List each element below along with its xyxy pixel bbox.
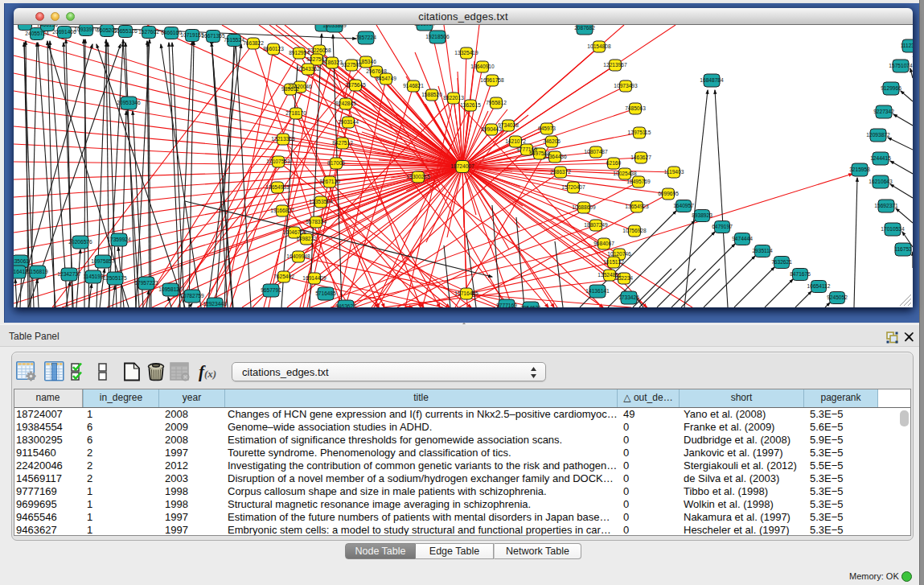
svg-text:16914409: 16914409 xyxy=(302,275,326,281)
svg-text:1156819: 1156819 xyxy=(27,269,48,274)
svg-text:10107553: 10107553 xyxy=(266,159,290,164)
svg-text:10543362: 10543362 xyxy=(296,66,320,72)
svg-text:6466160: 6466160 xyxy=(161,30,182,35)
svg-text:8186323: 8186323 xyxy=(322,60,343,65)
svg-text:8471676: 8471676 xyxy=(790,271,811,277)
svg-text:1527602: 1527602 xyxy=(138,29,159,35)
svg-text:10688609: 10688609 xyxy=(572,204,596,210)
svg-text:1362615: 1362615 xyxy=(460,102,481,108)
svg-text:8267130: 8267130 xyxy=(319,179,340,184)
svg-text:1145193: 1145193 xyxy=(83,274,104,279)
svg-text:2087682: 2087682 xyxy=(574,25,595,31)
svg-text:8454749: 8454749 xyxy=(376,76,396,81)
svg-text:10120746: 10120746 xyxy=(607,251,631,257)
svg-text:9227342: 9227342 xyxy=(873,109,894,114)
svg-text:18300215: 18300215 xyxy=(406,174,430,179)
svg-text:13654923: 13654923 xyxy=(625,204,649,209)
svg-text:10933970: 10933970 xyxy=(74,27,98,32)
svg-text:20206576: 20206576 xyxy=(68,239,92,245)
svg-text:8813054: 8813054 xyxy=(414,25,435,27)
svg-text:12093872: 12093872 xyxy=(866,132,890,138)
svg-text:16671355: 16671355 xyxy=(201,33,225,39)
svg-text:7485063: 7485063 xyxy=(625,105,646,111)
svg-text:10154808: 10154808 xyxy=(587,43,611,49)
svg-text:20364436: 20364436 xyxy=(543,154,567,159)
svg-text:15751074: 15751074 xyxy=(889,63,913,68)
svg-text:17010534: 17010534 xyxy=(881,226,905,232)
svg-text:23226058: 23226058 xyxy=(307,47,331,53)
svg-text:15692371: 15692371 xyxy=(874,203,898,208)
svg-text:5716485: 5716485 xyxy=(315,290,336,296)
svg-text:18640910: 18640910 xyxy=(470,64,495,69)
svg-text:8660123: 8660123 xyxy=(263,46,284,51)
svg-text:835061: 835061 xyxy=(14,258,29,264)
svg-text:12353594: 12353594 xyxy=(309,199,333,204)
svg-text:989612: 989612 xyxy=(281,86,299,92)
svg-text:14136141: 14136141 xyxy=(585,288,610,294)
svg-text:1640957: 1640957 xyxy=(673,203,694,208)
svg-text:7663822: 7663822 xyxy=(243,40,264,46)
svg-text:1733426: 1733426 xyxy=(618,295,639,300)
svg-text:2386372: 2386372 xyxy=(550,169,571,175)
svg-text:9474444: 9474444 xyxy=(732,236,753,241)
svg-text:16409948: 16409948 xyxy=(286,253,310,259)
svg-text:817006: 817006 xyxy=(327,160,345,166)
svg-text:20691406: 20691406 xyxy=(52,29,76,35)
svg-text:12923448: 12923448 xyxy=(203,301,227,307)
svg-text:17359924: 17359924 xyxy=(107,237,131,242)
svg-text:1119403: 1119403 xyxy=(664,169,684,175)
svg-text:18495769: 18495769 xyxy=(626,179,651,184)
svg-text:1244415: 1244415 xyxy=(870,155,891,161)
svg-text:10655326: 10655326 xyxy=(113,28,138,34)
svg-text:7515524: 7515524 xyxy=(224,37,244,43)
svg-text:8912954: 8912954 xyxy=(289,50,310,56)
svg-text:8938923: 8938923 xyxy=(692,212,713,218)
svg-text:20953346: 20953346 xyxy=(117,100,141,105)
svg-text:16848784: 16848784 xyxy=(700,77,724,83)
svg-text:9245052: 9245052 xyxy=(827,295,848,300)
svg-text:746206: 746206 xyxy=(543,138,561,144)
svg-text:10807487: 10807487 xyxy=(584,149,608,154)
svg-text:10756928: 10756928 xyxy=(622,228,647,233)
svg-text:10654112: 10654112 xyxy=(807,283,831,289)
svg-text:9242845: 9242845 xyxy=(335,101,356,106)
svg-text:24055724: 24055724 xyxy=(25,31,49,36)
svg-text:645973: 645973 xyxy=(538,126,556,131)
svg-text:6099695: 6099695 xyxy=(658,191,679,196)
svg-text:13654933: 13654933 xyxy=(265,184,290,190)
svg-text:9129966: 9129966 xyxy=(881,85,901,91)
svg-text:9463627: 9463627 xyxy=(335,303,356,307)
svg-text:17975115: 17975115 xyxy=(628,130,651,135)
svg-text:12505175: 12505175 xyxy=(103,275,127,281)
svg-text:15720407: 15720407 xyxy=(561,184,585,190)
svg-text:13325419: 13325419 xyxy=(454,50,478,56)
svg-text:6479197: 6479197 xyxy=(712,224,733,229)
svg-text:2935114: 2935114 xyxy=(752,248,773,253)
svg-text:8427512: 8427512 xyxy=(332,140,353,146)
svg-text:10046766: 10046766 xyxy=(282,229,306,235)
svg-text:2718170: 2718170 xyxy=(285,110,306,116)
svg-text:3875645: 3875645 xyxy=(345,82,366,88)
svg-text:19166827: 19166827 xyxy=(270,208,294,213)
svg-text:116753: 116753 xyxy=(894,246,912,252)
svg-text:5578334: 5578334 xyxy=(306,219,326,225)
svg-text:16033809: 16033809 xyxy=(322,25,347,28)
svg-text:3215958: 3215958 xyxy=(849,167,870,172)
svg-text:12213363: 12213363 xyxy=(271,136,295,142)
svg-text:1463627: 1463627 xyxy=(630,154,651,160)
svg-text:10958127: 10958127 xyxy=(158,286,183,292)
svg-text:62160: 62160 xyxy=(606,160,622,166)
svg-text:7857224: 7857224 xyxy=(355,35,376,40)
svg-text:17957223: 17957223 xyxy=(134,280,158,286)
svg-text:12213967: 12213967 xyxy=(603,62,627,68)
svg-text:7954621: 7954621 xyxy=(520,305,541,307)
svg-text:952234: 952234 xyxy=(615,275,633,281)
svg-text:8322013: 8322013 xyxy=(443,95,464,101)
svg-text:1498222: 1498222 xyxy=(296,236,317,241)
svg-text:1421072: 1421072 xyxy=(505,138,526,144)
svg-text:1112341: 1112341 xyxy=(901,43,913,48)
svg-text:18807249: 18807249 xyxy=(584,222,608,228)
svg-text:10025438: 10025438 xyxy=(613,171,637,176)
svg-text:9734028: 9734028 xyxy=(498,122,519,128)
svg-text:16210643: 16210643 xyxy=(869,179,893,184)
